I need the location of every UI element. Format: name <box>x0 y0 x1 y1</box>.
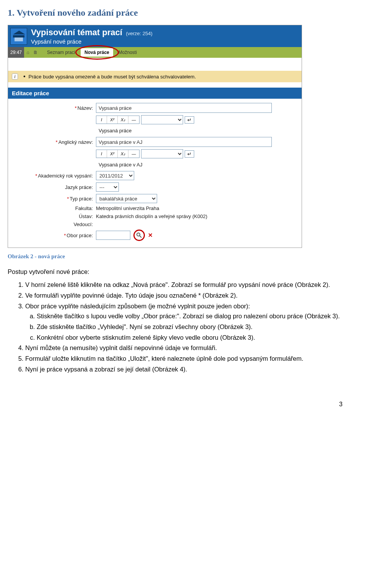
lead-text: Postup vytvoření nové práce: <box>8 267 344 277</box>
instructions: Postup vytvoření nové práce: V horní zel… <box>8 267 344 374</box>
session-timer: 29:47 <box>8 47 24 58</box>
fmt-sup-icon[interactable]: X² <box>107 116 118 124</box>
tab-bar: 29:47 ⌂ 🗎 Seznam prací Nová práce Možnos… <box>8 47 302 58</box>
fmt-dash-icon[interactable]: — <box>128 116 139 124</box>
step-3c: Konkrétní obor vyberte stisknutím zelené… <box>37 333 344 342</box>
svg-line-4 <box>140 236 141 238</box>
fmt-dash-icon[interactable]: — <box>128 150 139 158</box>
magnifier-icon[interactable] <box>136 232 142 238</box>
step-5: Formulář uložte kliknutím na tlačítko „U… <box>25 354 344 363</box>
tab-new-label: Nová práce <box>84 50 109 55</box>
sitemap-icon[interactable]: 🗎 <box>32 50 39 55</box>
value-dept: Katedra právních disciplín a veřejné spr… <box>96 213 207 219</box>
info-text: Práce bude vypsána omezeně a bude muset … <box>29 74 196 80</box>
step-2: Ve formuláři vyplňte povinné údaje. Tyto… <box>25 291 344 300</box>
step-3: Obor práce vyplňte následujícím způsobem… <box>25 302 344 342</box>
label-dept: Ústav: <box>79 213 93 219</box>
label-field: Obor práce: <box>67 233 93 238</box>
value-faculty: Metropolitní univerzita Praha <box>96 205 159 211</box>
fmt-italic-icon[interactable]: I <box>96 116 107 124</box>
app-logo-icon <box>10 28 27 45</box>
step-3b: Zde stiskněte tlačítko „Vyhledej". Nyní … <box>37 323 344 332</box>
format-toolbar-name-en[interactable]: I X² X₂ — <box>96 150 140 158</box>
select-year[interactable]: 2011/2012 <box>96 171 134 180</box>
app-version: (verze: 254) <box>126 31 152 36</box>
label-name: Název: <box>78 105 93 111</box>
page-number: 3 <box>8 401 344 408</box>
app-header: Vypisování témat prací (verze: 254) Vyps… <box>8 25 302 47</box>
select-lang[interactable]: --- <box>96 182 119 192</box>
tab-new-active[interactable]: Nová práce <box>81 48 113 57</box>
readonly-name: Vypsaná práce <box>96 127 272 135</box>
step-6: Nyní je práce vypsaná a zobrazí se její … <box>25 365 344 374</box>
app-title: Vypisování témat prací <box>31 28 122 37</box>
label-year: Akademický rok vypsání: <box>38 173 93 179</box>
form-section-title: Editace práce <box>8 88 302 99</box>
step-4: Nyní můžete (a nemusíte) vyplnit další n… <box>25 344 344 353</box>
readonly-name-en: Vypsaná práce v AJ <box>96 161 272 169</box>
label-name-en: Anglický název: <box>58 139 93 145</box>
fmt-sub-icon[interactable]: X₂ <box>118 150 128 158</box>
svg-rect-2 <box>15 37 23 41</box>
home-icon[interactable]: ⌂ <box>24 50 32 55</box>
input-field[interactable] <box>96 231 130 240</box>
form-body: *Název: I X² X₂ — ↵ Vypsaná práce *Angli… <box>8 99 302 248</box>
svg-marker-1 <box>13 31 25 34</box>
fmt-sup-icon[interactable]: X² <box>107 150 118 158</box>
step-1: V horní zelené liště klikněte na odkaz „… <box>25 280 344 290</box>
format-select-name[interactable] <box>141 115 183 124</box>
svg-rect-0 <box>13 35 24 37</box>
select-type[interactable]: bakalářská práce <box>96 194 157 203</box>
info-banner: i • Práce bude vypsána omezeně a bude mu… <box>8 71 302 82</box>
input-name[interactable] <box>96 103 272 113</box>
section-heading: 1. Vytvoření nového zadání práce <box>8 8 344 18</box>
clear-icon[interactable]: ✕ <box>148 232 153 239</box>
label-faculty: Fakulta: <box>75 205 93 211</box>
screenshot-figure: Vypisování témat prací (verze: 254) Vyps… <box>8 25 302 248</box>
fmt-italic-icon[interactable]: I <box>96 150 107 158</box>
tab-options[interactable]: Možnosti <box>113 50 142 55</box>
svg-point-3 <box>137 233 140 236</box>
label-lang: Jazyk práce: <box>65 184 93 190</box>
input-name-en[interactable] <box>96 137 272 147</box>
info-icon: i <box>12 73 18 80</box>
format-toolbar-name[interactable]: I X² X₂ — <box>96 116 140 124</box>
tab-list[interactable]: Seznam prací <box>42 50 81 55</box>
format-select-name-en[interactable] <box>141 149 183 158</box>
step-3a: Stiskněte tlačítko s lupou vedle volby „… <box>37 312 344 321</box>
figure-caption: Obrázek 2 - nová práce <box>8 253 344 260</box>
fmt-sub-icon[interactable]: X₂ <box>118 116 128 124</box>
label-supervisor: Vedoucí: <box>73 222 93 227</box>
annotation-circle-lupa <box>133 230 145 241</box>
app-subtitle: Vypsání nové práce <box>31 38 153 45</box>
label-type: Typ práce: <box>70 196 93 202</box>
